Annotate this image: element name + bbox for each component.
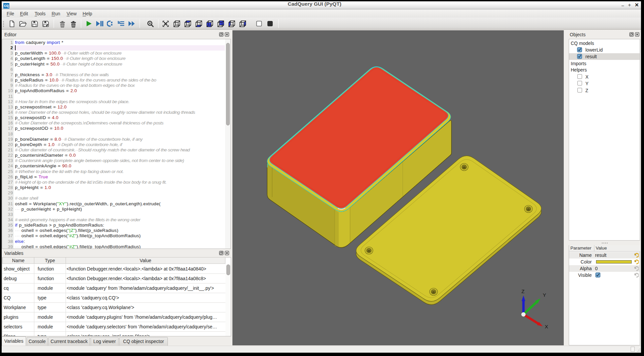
svg-text:Z: Z bbox=[521, 288, 524, 294]
svg-text:Y: Y bbox=[543, 292, 546, 298]
svg-text:X: X bbox=[545, 324, 548, 329]
